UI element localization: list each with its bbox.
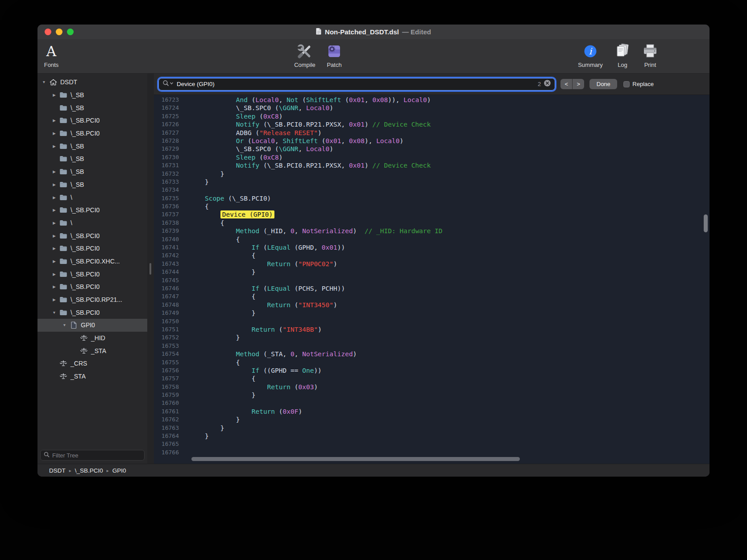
filter-tree-placeholder: Filter Tree [52, 452, 79, 459]
tree-item-sta[interactable]: _STA [37, 370, 147, 383]
code-editor[interactable]: 1672316724167251672616727167281672916730… [154, 95, 710, 464]
disclosure-triangle[interactable]: ▶ [50, 284, 58, 289]
code-line: Return ("INT34BB") [189, 325, 710, 334]
summary-button[interactable]: i Summary [575, 42, 606, 68]
tree-item-sbpci0[interactable]: ▼\_SB.PCI0 [37, 306, 147, 319]
tree-item-sb[interactable]: ▶\_SB [37, 89, 147, 102]
disclosure-triangle[interactable]: ▶ [50, 131, 58, 136]
disclosure-triangle[interactable]: ▶ [50, 234, 58, 238]
tree-item-sbpci0[interactable]: ▶\_SB.PCI0 [37, 229, 147, 242]
code-token: ShiftLeft [306, 96, 341, 103]
fonts-button[interactable]: A Fonts [41, 42, 62, 68]
disclosure-triangle[interactable]: ▶ [50, 259, 58, 264]
disclosure-triangle[interactable]: ▶ [50, 221, 58, 225]
tree-item-sb[interactable]: \_SB [37, 152, 147, 165]
tree-item-sbpci0[interactable]: ▶\_SB.PCI0 [37, 268, 147, 280]
tree-item-[interactable]: ▶\ [37, 217, 147, 230]
breadcrumb-item[interactable]: GPI0 [112, 467, 126, 474]
done-button[interactable]: Done [589, 79, 617, 89]
find-search-field[interactable]: Device (GPI0) 2 [158, 78, 555, 91]
tree-item-sb[interactable]: \_SB [37, 101, 147, 114]
code-token: (GPHD, [290, 244, 322, 251]
code-token: , [365, 96, 372, 103]
tree-item-sb[interactable]: ▶\_SB [37, 178, 147, 191]
tree-item-sbpci0xhc[interactable]: ▶\_SB.PCI0.XHC... [37, 255, 147, 268]
tree-item-crs[interactable]: _CRS [37, 357, 147, 370]
summary-icon: i [583, 42, 598, 60]
code-token: \GGNR [279, 104, 299, 111]
disclosure-triangle[interactable]: ▶ [50, 208, 58, 212]
log-button[interactable]: Log [612, 42, 633, 68]
code-token: Return [267, 383, 290, 391]
horizontal-scrollbar-thumb[interactable] [191, 457, 520, 461]
code-token: { [236, 359, 240, 366]
titlebar[interactable]: Non-Patched_DSDT.dsl — Edited [37, 25, 710, 39]
tree-item-sbpci0[interactable]: ▶\_SB.PCI0 [37, 114, 147, 127]
close-window-button[interactable] [45, 29, 51, 35]
tree-item-sbpci0[interactable]: ▶\_SB.PCI0 [37, 242, 147, 255]
disclosure-triangle[interactable]: ▶ [50, 297, 58, 302]
code-token: Scope [205, 195, 224, 202]
disclosure-triangle[interactable]: ▶ [50, 144, 58, 148]
patch-button[interactable]: Patch [320, 42, 349, 68]
tree-item-dsdt[interactable]: ▼DSDT [37, 76, 147, 89]
tree-item-label: _HID [89, 334, 105, 342]
code-token: ) [314, 383, 318, 391]
minimize-window-button[interactable] [56, 29, 62, 35]
code-line: { [189, 235, 710, 243]
line-number-gutter: 1672316724167251672616727167281672916730… [154, 96, 183, 464]
tree-item-sbpci0[interactable]: ▶\_SB.PCI0 [37, 204, 147, 217]
folder-icon [58, 194, 69, 202]
code-token: , [295, 350, 302, 358]
find-next-button[interactable]: > [573, 79, 584, 89]
zoom-window-button[interactable] [67, 29, 74, 35]
tree-item-label: DSDT [58, 78, 77, 86]
disclosure-triangle[interactable]: ▶ [50, 118, 58, 123]
breadcrumb-item[interactable]: DSDT [49, 467, 66, 474]
code-token: LEqual [267, 244, 290, 251]
line-number: 16761 [154, 408, 179, 416]
code-area[interactable]: And (Local0, Not (ShiftLeft (0x01, 0x08)… [183, 96, 710, 464]
find-previous-button[interactable]: < [560, 79, 572, 89]
disclosure-triangle[interactable]: ▶ [50, 93, 58, 97]
tree-item-sbpci0[interactable]: ▶\_SB.PCI0 [37, 127, 147, 140]
code-token: (\_SB.PCI0.RP21.PXSX, [259, 162, 349, 169]
sidebar-splitter[interactable] [147, 74, 154, 464]
tree-item-sta[interactable]: _STA [37, 344, 147, 357]
method-icon [58, 372, 69, 380]
vertical-scrollbar[interactable] [704, 214, 708, 232]
disclosure-triangle[interactable]: ▶ [50, 195, 58, 200]
code-line: \_SB.SPC0 (\GGNR, Local0) [189, 145, 710, 153]
disclosure-triangle[interactable]: ▶ [50, 182, 58, 187]
disclosure-triangle[interactable]: ▶ [50, 169, 58, 174]
disclosure-triangle[interactable]: ▼ [50, 310, 58, 315]
replace-checkbox[interactable] [623, 81, 630, 87]
code-token: ) [279, 154, 283, 161]
tree-item-gpi0[interactable]: ▼GPI0 [37, 319, 147, 332]
tree-item-sb[interactable]: ▶\_SB [37, 140, 147, 152]
tree-item-hid[interactable]: _HID [37, 332, 147, 345]
tree-item-sbpci0rp21[interactable]: ▶\_SB.PCI0.RP21... [37, 293, 147, 306]
disclosure-triangle[interactable]: ▶ [50, 246, 58, 251]
disclosure-triangle[interactable]: ▼ [61, 323, 68, 327]
code-token: LEqual [267, 285, 290, 292]
code-token: Return [267, 260, 290, 268]
tree-item-label: _STA [89, 347, 106, 354]
splitter-handle[interactable] [149, 263, 151, 275]
clear-search-icon[interactable] [544, 79, 551, 89]
disclosure-triangle[interactable]: ▶ [50, 272, 58, 276]
breadcrumb-item[interactable]: \_SB.PCI0 [75, 467, 103, 474]
code-token: ) [333, 301, 337, 309]
tree-item-sb[interactable]: ▶\_SB [37, 165, 147, 178]
compile-button[interactable]: Compile [290, 42, 320, 68]
filter-tree-field[interactable]: Filter Tree [40, 450, 145, 461]
disclosure-triangle[interactable]: ▼ [40, 80, 48, 84]
code-token: "PNP0C02" [298, 260, 333, 268]
print-button[interactable]: Print [639, 42, 661, 68]
tree-item-sbpci0[interactable]: ▶\_SB.PCI0 [37, 280, 147, 293]
tree-item-[interactable]: ▶\ [37, 191, 147, 204]
horizontal-scrollbar[interactable] [189, 457, 702, 461]
line-number: 16730 [154, 153, 179, 161]
code-token: } [236, 334, 240, 341]
code-token: Notify [236, 162, 259, 169]
